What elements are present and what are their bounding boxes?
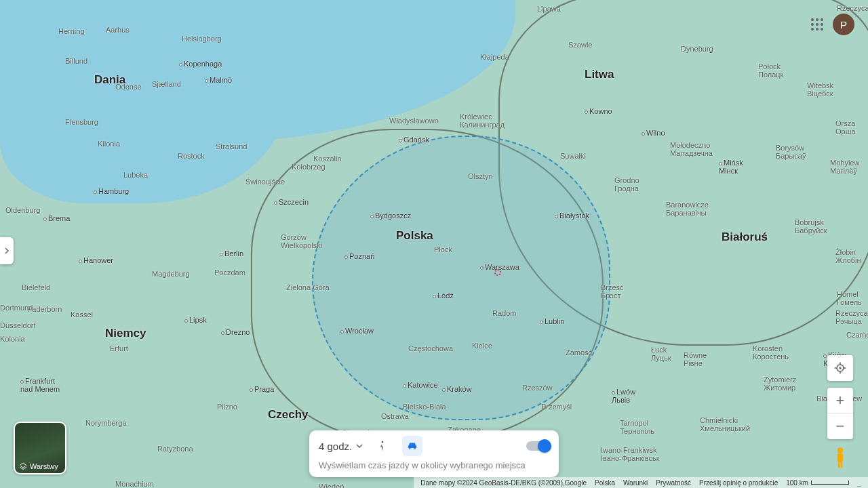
mode-walk-button[interactable] bbox=[372, 436, 393, 456]
city-label: Bobrujsk Бабруйск bbox=[795, 218, 827, 235]
country-label: Litwa bbox=[585, 68, 614, 81]
city-label: Drezno bbox=[221, 328, 250, 336]
city-label: Poczdam bbox=[214, 268, 245, 277]
city-label: Stralsund bbox=[216, 142, 247, 150]
footer-feedback-link[interactable]: Prześlij opinię o produkcie bbox=[699, 479, 778, 487]
travel-time-toggle[interactable] bbox=[526, 441, 549, 451]
city-label: Ratyzbona bbox=[157, 445, 193, 453]
city-label: Mińsk Мінск bbox=[719, 159, 743, 175]
city-label: Kołobrzeg bbox=[292, 163, 326, 171]
svg-rect-6 bbox=[837, 453, 844, 462]
country-label: Czechy bbox=[268, 408, 309, 422]
city-label: Grodno Гродна bbox=[614, 176, 639, 192]
map-data-attribution: Dane mapy ©2024 GeoBasis-DE/BKG (©2009),… bbox=[420, 479, 587, 487]
city-label: Szczecin bbox=[274, 198, 309, 206]
account-avatar[interactable]: P bbox=[833, 14, 854, 35]
city-label: Koszalin bbox=[313, 155, 342, 163]
city-label: Rostock bbox=[178, 152, 205, 160]
country-label: Polska bbox=[396, 229, 433, 243]
layers-icon bbox=[19, 462, 27, 470]
chevron-down-icon bbox=[356, 444, 363, 448]
city-label: Lubeka bbox=[123, 171, 148, 179]
city-label: Bielsko-Biała bbox=[403, 403, 446, 411]
city-label: Odense bbox=[115, 83, 142, 91]
city-label: Praga bbox=[250, 385, 274, 393]
city-label: Homel Гомель bbox=[837, 290, 862, 306]
svg-point-2 bbox=[414, 448, 416, 449]
country-label: Niemcy bbox=[105, 327, 146, 340]
city-label: Gorzów Wielkopolski bbox=[281, 233, 322, 249]
city-label: Przemyśl bbox=[541, 403, 572, 411]
city-label: Hanower bbox=[79, 256, 113, 264]
city-label: Kowno bbox=[585, 107, 612, 115]
city-label: Płock bbox=[434, 245, 452, 253]
city-label: Ostrawa bbox=[381, 412, 409, 420]
city-label: Iwano-Frankiwsk Івано-Франківськ bbox=[601, 446, 659, 462]
isochrone-area bbox=[312, 136, 610, 420]
svg-point-0 bbox=[382, 441, 384, 443]
city-label: Brześć Брэст bbox=[601, 283, 624, 300]
city-label: Erfurt bbox=[110, 344, 128, 352]
svg-rect-7 bbox=[838, 462, 840, 468]
city-label: Hamburg bbox=[94, 187, 129, 195]
time-value: 4 godz. bbox=[319, 441, 352, 452]
city-label: Kielce bbox=[472, 342, 492, 350]
city-label: Borysów Барысаў bbox=[776, 144, 806, 160]
city-label: Dortmund bbox=[0, 304, 33, 312]
map-canvas[interactable]: // placeholder; actual rendering below D… bbox=[0, 0, 868, 488]
city-label: Wiedeń bbox=[319, 483, 344, 488]
city-label: Brema bbox=[43, 214, 70, 222]
my-location-button[interactable] bbox=[827, 355, 853, 381]
mode-drive-button[interactable] bbox=[402, 436, 422, 456]
city-label: Mołodeczno Маладзечна bbox=[670, 141, 713, 157]
footer-privacy-link[interactable]: Prywatność bbox=[656, 479, 691, 487]
time-dropdown[interactable]: 4 godz. bbox=[319, 441, 363, 452]
country-label: Białoruś bbox=[722, 230, 768, 244]
city-label: Bydgoszcz bbox=[370, 211, 411, 220]
city-label: Olsztyn bbox=[468, 172, 493, 180]
city-label: Düsseldorf bbox=[0, 321, 36, 329]
city-label: Królewiec Калининград bbox=[460, 113, 505, 129]
city-label: Lipawa bbox=[537, 5, 561, 13]
zoom-control: + − bbox=[827, 388, 853, 439]
city-label: Władysławowo bbox=[389, 117, 439, 125]
city-label: Kopenhaga bbox=[179, 60, 222, 68]
city-label: Billund bbox=[65, 57, 87, 65]
city-label: Lipsk bbox=[184, 316, 207, 324]
city-label: Oldenburg bbox=[5, 206, 40, 214]
city-label: Łuck Луцьк bbox=[651, 346, 671, 362]
walk-icon bbox=[376, 440, 389, 452]
car-icon bbox=[406, 440, 418, 452]
city-label: Rzeczyca Рэчыца bbox=[835, 309, 868, 325]
city-label: Kłajpeda bbox=[480, 53, 509, 61]
layers-button[interactable]: Warstwy bbox=[14, 422, 66, 474]
svg-rect-8 bbox=[841, 462, 843, 468]
expand-side-panel-button[interactable] bbox=[0, 237, 14, 264]
footer-country[interactable]: Polska bbox=[595, 479, 615, 487]
city-label: Witebsk Віцебск bbox=[807, 81, 833, 98]
travel-time-subtitle: Wyświetlam czas jazdy w okolicy wybraneg… bbox=[319, 460, 549, 470]
crosshair-icon bbox=[833, 361, 847, 375]
zoom-out-button[interactable]: − bbox=[827, 413, 853, 439]
city-label: Wilno bbox=[642, 129, 665, 137]
city-label: Pilzno bbox=[217, 403, 237, 411]
city-label: Berlin bbox=[220, 249, 243, 258]
map-footer: Dane mapy ©2024 GeoBasis-DE/BKG (©2009),… bbox=[414, 477, 868, 488]
apps-icon[interactable] bbox=[811, 18, 823, 30]
city-label: Kilonia bbox=[98, 140, 120, 148]
pegman-icon[interactable] bbox=[831, 446, 850, 469]
city-label: Baranowicze Баранавічы bbox=[666, 201, 709, 217]
city-label: Lwów Львів bbox=[612, 388, 635, 404]
city-label: Korosteń Коростень bbox=[753, 344, 789, 361]
city-label: Warszawa bbox=[480, 263, 519, 271]
layers-label: Warstwy bbox=[30, 462, 58, 470]
city-label: Żytomierz Житомир bbox=[764, 375, 796, 392]
city-label: Herning bbox=[58, 27, 85, 35]
zoom-in-button[interactable]: + bbox=[827, 388, 853, 413]
svg-point-5 bbox=[837, 447, 844, 453]
city-label: Suwałki bbox=[560, 152, 586, 160]
city-label: Żłobin Жлобін bbox=[835, 248, 861, 264]
city-label: Gdańsk bbox=[399, 136, 429, 144]
city-label: Zielona Góra bbox=[286, 283, 330, 291]
footer-terms-link[interactable]: Warunki bbox=[623, 479, 648, 487]
